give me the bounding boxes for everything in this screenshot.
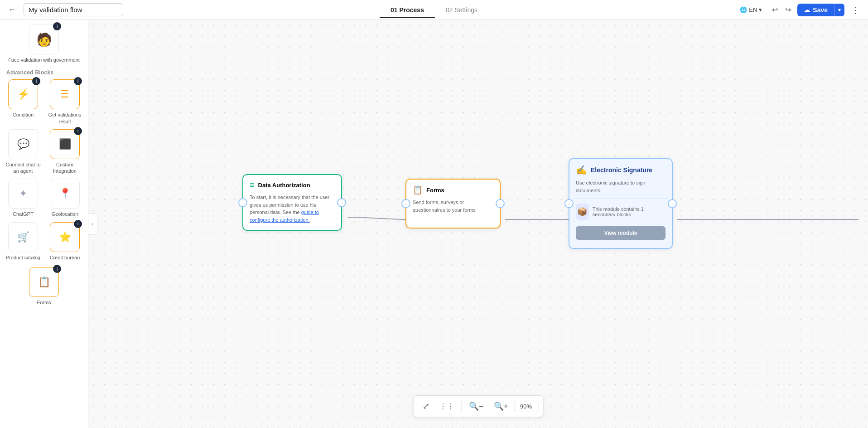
node-electronic-signature[interactable]: ✍ Electronic Signature Use electronic si… — [569, 158, 673, 249]
condition-label: Condition — [13, 112, 34, 118]
data-auth-title: Data Authorization — [258, 182, 310, 189]
face-icon: 🧑 — [36, 32, 52, 47]
save-dropdown-button[interactable]: ▾ — [834, 4, 844, 16]
custom-integration-icon-wrap: i ⬛ — [50, 129, 80, 159]
bottom-toolbar: ⤢ ⋮⋮ 🔍− 🔍+ 90% — [413, 395, 543, 417]
sidebar-item-forms-bottom[interactable]: i 📋 Forms — [0, 265, 88, 310]
sidebar: i 🧑 Face validation with government Adva… — [0, 20, 88, 428]
connect-chat-icon: 💬 — [17, 138, 29, 150]
condition-icon-wrap: i ⚡ — [8, 79, 38, 109]
data-auth-body: To start, it is necessary that the user … — [243, 194, 341, 230]
advanced-blocks-title: Advanced Blocks — [0, 63, 88, 79]
custom-integration-icon: ⬛ — [59, 138, 71, 150]
forms-icon-wrap: i 📋 — [29, 267, 59, 297]
data-auth-header: ≡ Data Authorization — [243, 175, 341, 194]
product-catalog-icon: 🛒 — [17, 231, 29, 243]
get-validations-icon-wrap: i ☰ — [50, 79, 80, 109]
main-layout: i 🧑 Face validation with government Adva… — [0, 20, 868, 428]
node-data-authorization[interactable]: ≡ Data Authorization To start, it is nec… — [242, 174, 342, 231]
save-icon: ☁ — [804, 6, 810, 14]
topbar-left: ← — [5, 3, 123, 16]
sidebar-item-connect-chat[interactable]: 💬 Connect chat to an agent — [5, 129, 42, 175]
forms-node-icon: 📋 — [413, 185, 423, 195]
esign-icon: ✍ — [576, 165, 587, 175]
forms-header: 📋 Forms — [406, 180, 500, 199]
get-validations-label: Get validations result — [46, 112, 83, 125]
credit-bureau-badge: i — [74, 220, 82, 228]
forms-port-left[interactable]: → — [401, 199, 410, 208]
tab-settings[interactable]: 02 Settings — [435, 2, 488, 18]
esign-header: ✍ Electronic Signature — [569, 159, 672, 179]
geolocation-icon: 📍 — [59, 188, 71, 199]
esign-secondary-icon: 📦 — [576, 204, 589, 220]
save-button[interactable]: ☁ Save — [797, 4, 834, 16]
language-button[interactable]: 🌐 EN ▾ — [736, 5, 766, 15]
chevron-down-icon: ▾ — [759, 6, 762, 13]
back-button[interactable]: ← — [5, 3, 19, 16]
connect-chat-label: Connect chat to an agent — [5, 161, 42, 175]
topbar-right: 🌐 EN ▾ ↩ ↪ ☁ Save ▾ ⋮ — [736, 3, 863, 17]
esign-secondary-text: This module contains 1 secondary blocks — [593, 206, 665, 217]
forms-port-right[interactable]: → — [496, 199, 505, 208]
custom-integration-badge: i — [74, 127, 82, 135]
share-button[interactable]: ⋮⋮ — [435, 399, 458, 414]
tab-process[interactable]: 01 Process — [380, 2, 435, 18]
collapse-icon: ‹ — [92, 221, 94, 227]
view-module-button[interactable]: View module — [576, 226, 665, 240]
forms-block-item[interactable]: i 📋 Forms — [29, 267, 59, 306]
esign-title: Electronic Signature — [591, 166, 652, 174]
esign-desc: Use electronic signature to sign documen… — [569, 179, 672, 199]
esign-port-right[interactable]: → — [668, 199, 677, 208]
zoom-in-button[interactable]: 🔍+ — [489, 399, 513, 414]
esign-port-left[interactable]: → — [564, 199, 574, 208]
custom-integration-label: Custom Integration — [46, 161, 83, 175]
geolocation-icon-wrap: 📍 — [50, 179, 80, 209]
globe-icon: 🌐 — [740, 6, 747, 13]
forms-node-title: Forms — [426, 187, 444, 194]
zoom-in-icon: 🔍+ — [494, 402, 509, 411]
more-options-button[interactable]: ⋮ — [848, 3, 863, 17]
credit-bureau-icon: ⭐ — [59, 231, 71, 243]
condition-badge: i — [32, 77, 40, 85]
topbar-tabs: 01 Process 02 Settings — [380, 2, 488, 18]
sidebar-item-chatgpt[interactable]: ✦ ChatGPT — [5, 179, 42, 217]
flow-canvas[interactable]: ‹ ≡ Data Authorization To start, it is n… — [88, 20, 868, 428]
share-icon: ⋮⋮ — [439, 403, 454, 410]
zoom-out-button[interactable]: 🔍− — [464, 399, 488, 414]
save-label: Save — [813, 6, 828, 14]
data-auth-port-left[interactable]: → — [238, 198, 247, 207]
condition-icon: ⚡ — [17, 88, 29, 100]
sidebar-item-face-validation[interactable]: i 🧑 Face validation with government — [0, 20, 88, 63]
chatgpt-icon-wrap: ✦ — [8, 179, 38, 209]
save-group: ☁ Save ▾ — [797, 4, 844, 16]
data-auth-icon: ≡ — [250, 180, 255, 190]
fit-icon: ⤢ — [423, 402, 429, 411]
forms-label: Forms — [37, 299, 51, 306]
redo-button[interactable]: ↪ — [782, 4, 794, 16]
sidebar-item-credit-bureau[interactable]: i ⭐ Credit bureau — [46, 222, 83, 261]
sidebar-item-custom-integration[interactable]: i ⬛ Custom Integration — [46, 129, 83, 175]
collapse-sidebar-button[interactable]: ‹ — [88, 213, 97, 235]
zoom-out-icon: 🔍− — [469, 402, 484, 411]
undo-button[interactable]: ↩ — [769, 4, 781, 16]
sidebar-item-product-catalog[interactable]: 🛒 Product catalog — [5, 222, 42, 261]
chatgpt-label: ChatGPT — [13, 211, 34, 217]
topbar: ← 01 Process 02 Settings 🌐 EN ▾ ↩ ↪ ☁ Sa… — [0, 0, 868, 20]
sidebar-item-geolocation[interactable]: 📍 Geolocation — [46, 179, 83, 217]
sidebar-item-get-validations[interactable]: i ☰ Get validations result — [46, 79, 83, 125]
credit-bureau-label: Credit bureau — [50, 254, 80, 261]
node-forms[interactable]: 📋 Forms Send forms, surveys or questionn… — [405, 179, 501, 229]
product-catalog-label: Product catalog — [6, 254, 40, 261]
face-label: Face validation with government — [8, 57, 80, 63]
forms-icon: 📋 — [38, 276, 50, 288]
forms-body-text: Send forms, surveys or questionnaires to… — [413, 199, 476, 213]
sidebar-item-condition[interactable]: i ⚡ Condition — [5, 79, 42, 125]
forms-badge: i — [53, 265, 61, 273]
toolbar-divider — [461, 401, 462, 412]
forms-node-body: Send forms, surveys or questionnaires to… — [406, 199, 500, 220]
data-auth-port-right[interactable]: → — [337, 198, 346, 207]
esign-secondary-section: 📦 This module contains 1 secondary block… — [569, 199, 672, 224]
fit-view-button[interactable]: ⤢ — [418, 399, 434, 414]
flow-title-input[interactable] — [24, 3, 123, 16]
connect-chat-icon-wrap: 💬 — [8, 129, 38, 159]
